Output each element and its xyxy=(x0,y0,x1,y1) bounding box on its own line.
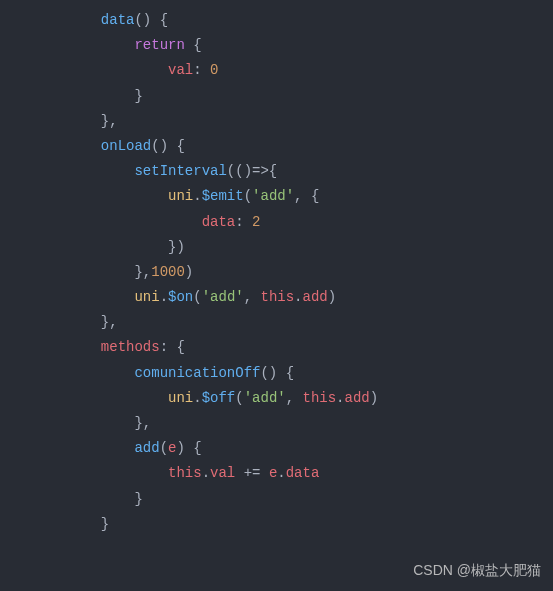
code-line: },1000) xyxy=(0,260,553,285)
code-line: } xyxy=(0,487,553,512)
code-line: setInterval(()=>{ xyxy=(0,159,553,184)
token-number: 0 xyxy=(210,62,218,78)
token-punct: , { xyxy=(294,188,319,204)
token-keyword: return xyxy=(134,37,184,53)
token-method-name: $on xyxy=(168,289,193,305)
token-method-name: data xyxy=(101,12,135,28)
token-punct: (()=>{ xyxy=(227,163,277,179)
token-punct: () { xyxy=(260,365,294,381)
token-method-name: comunicationOff xyxy=(134,365,260,381)
token-punct: ( xyxy=(160,440,168,456)
token-punct: () { xyxy=(151,138,185,154)
token-method-name: add xyxy=(134,440,159,456)
token-string: 'add' xyxy=(202,289,244,305)
token-property: add xyxy=(303,289,328,305)
code-line: comunicationOff() { xyxy=(0,361,553,386)
token-punct: ) xyxy=(328,289,336,305)
code-line: }, xyxy=(0,109,553,134)
code-line: uni.$on('add', this.add) xyxy=(0,285,553,310)
token-this-kw: this xyxy=(261,289,295,305)
token-punct: . xyxy=(193,188,201,204)
token-method-name: onLoad xyxy=(101,138,151,154)
token-punct: . xyxy=(202,465,210,481)
token-punct: . xyxy=(160,289,168,305)
token-punct: ( xyxy=(193,289,201,305)
token-property: add xyxy=(345,390,370,406)
token-punct: . xyxy=(277,465,285,481)
token-punct: }, xyxy=(134,264,151,280)
token-property: data xyxy=(286,465,320,481)
token-punct: ) xyxy=(370,390,378,406)
code-line: data() { xyxy=(0,8,553,33)
token-punct: ) xyxy=(185,264,193,280)
token-property: methods xyxy=(101,339,160,355)
token-punct: ( xyxy=(235,390,243,406)
code-line: data: 2 xyxy=(0,210,553,235)
token-punct: }, xyxy=(101,113,118,129)
token-number: 2 xyxy=(252,214,260,230)
token-punct: . xyxy=(294,289,302,305)
token-property: val xyxy=(210,465,235,481)
token-punct: } xyxy=(134,88,142,104)
token-punct: () { xyxy=(134,12,168,28)
token-punct: ( xyxy=(244,188,252,204)
token-punct: : { xyxy=(160,339,185,355)
token-builtin: uni xyxy=(168,188,193,204)
token-punct: { xyxy=(185,37,202,53)
token-string: 'add' xyxy=(244,390,286,406)
token-builtin: uni xyxy=(168,390,193,406)
token-method-name: $off xyxy=(202,390,236,406)
code-line: uni.$off('add', this.add) xyxy=(0,386,553,411)
token-this-kw: this xyxy=(303,390,337,406)
token-punct: ) { xyxy=(176,440,201,456)
token-punct: : xyxy=(235,214,252,230)
token-punct: } xyxy=(134,491,142,507)
code-line: onLoad() { xyxy=(0,134,553,159)
code-line: methods: { xyxy=(0,335,553,360)
token-punct: }, xyxy=(134,415,151,431)
code-line: } xyxy=(0,512,553,537)
code-line: }, xyxy=(0,411,553,436)
watermark-text: CSDN @椒盐大肥猫 xyxy=(413,558,541,583)
token-punct: . xyxy=(193,390,201,406)
code-line: return { xyxy=(0,33,553,58)
token-number: 1000 xyxy=(151,264,185,280)
code-line: this.val += e.data xyxy=(0,461,553,486)
token-method-name: setInterval xyxy=(134,163,226,179)
token-property: data xyxy=(202,214,236,230)
token-this-kw: this xyxy=(168,465,202,481)
code-line: val: 0 xyxy=(0,58,553,83)
token-property: val xyxy=(168,62,193,78)
code-line: }) xyxy=(0,235,553,260)
code-line: }, xyxy=(0,310,553,335)
token-punct: }) xyxy=(168,239,185,255)
code-line: } xyxy=(0,84,553,109)
token-method-name: $emit xyxy=(202,188,244,204)
token-punct: } xyxy=(101,516,109,532)
token-string: 'add' xyxy=(252,188,294,204)
token-punct: }, xyxy=(101,314,118,330)
token-punct: , xyxy=(244,289,261,305)
code-block: data() { return { val: 0 } }, onLoad() {… xyxy=(0,8,553,537)
token-builtin: uni xyxy=(134,289,159,305)
token-punct: , xyxy=(286,390,303,406)
token-punct: . xyxy=(336,390,344,406)
token-punct: : xyxy=(193,62,210,78)
code-line: uni.$emit('add', { xyxy=(0,184,553,209)
token-punct: += xyxy=(235,465,269,481)
code-line: add(e) { xyxy=(0,436,553,461)
